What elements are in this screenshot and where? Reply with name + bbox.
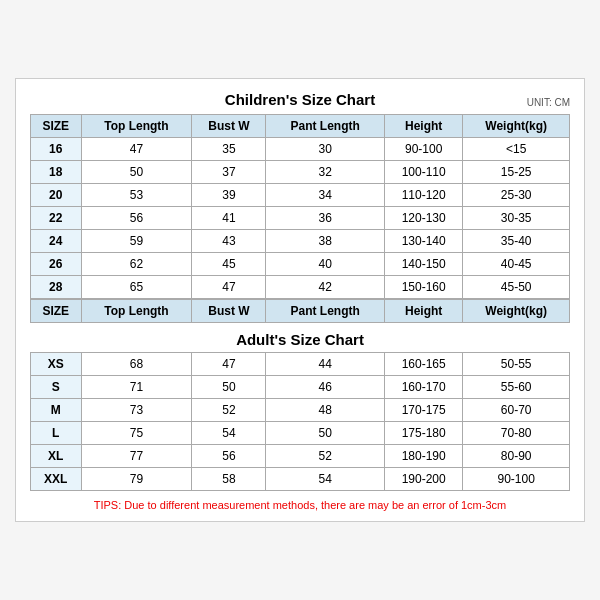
table-cell: 15-25 (463, 161, 570, 184)
table-row: 20533934110-12025-30 (31, 184, 570, 207)
table-cell: 75 (81, 422, 192, 445)
table-cell: 120-130 (385, 207, 463, 230)
col-header-pant-length: Pant Length (266, 115, 385, 138)
table-cell: 71 (81, 376, 192, 399)
table-cell: XXL (31, 468, 82, 491)
table-row: 18503732100-11015-25 (31, 161, 570, 184)
adult-header-row: SIZE Top Length Bust W Pant Length Heigh… (31, 300, 570, 323)
adult-col-header-pant-length: Pant Length (266, 300, 385, 323)
table-cell: XS (31, 353, 82, 376)
table-cell: 30-35 (463, 207, 570, 230)
col-header-height: Height (385, 115, 463, 138)
table-row: 22564136120-13030-35 (31, 207, 570, 230)
table-cell: 80-90 (463, 445, 570, 468)
table-cell: 62 (81, 253, 192, 276)
table-cell: 32 (266, 161, 385, 184)
table-cell: 39 (192, 184, 266, 207)
table-row: M735248170-17560-70 (31, 399, 570, 422)
table-cell: 34 (266, 184, 385, 207)
table-row: L755450175-18070-80 (31, 422, 570, 445)
table-cell: 150-160 (385, 276, 463, 299)
table-cell: 18 (31, 161, 82, 184)
table-cell: 77 (81, 445, 192, 468)
table-cell: 42 (266, 276, 385, 299)
table-cell: 54 (266, 468, 385, 491)
table-cell: 44 (266, 353, 385, 376)
table-cell: 40-45 (463, 253, 570, 276)
table-cell: 47 (81, 138, 192, 161)
table-cell: 90-100 (385, 138, 463, 161)
adult-col-header-top-length: Top Length (81, 300, 192, 323)
table-cell: 53 (81, 184, 192, 207)
table-row: S715046160-17055-60 (31, 376, 570, 399)
table-cell: 40 (266, 253, 385, 276)
table-cell: 45-50 (463, 276, 570, 299)
children-chart-title: Children's Size Chart (225, 91, 375, 108)
table-cell: 45 (192, 253, 266, 276)
table-cell: 48 (266, 399, 385, 422)
table-row: 24594338130-14035-40 (31, 230, 570, 253)
table-row: XL775652180-19080-90 (31, 445, 570, 468)
tips-text: TIPS: Due to different measurement metho… (30, 499, 570, 511)
table-cell: 54 (192, 422, 266, 445)
table-cell: 130-140 (385, 230, 463, 253)
table-cell: 79 (81, 468, 192, 491)
table-cell: 38 (266, 230, 385, 253)
table-row: 1647353090-100<15 (31, 138, 570, 161)
adult-col-header-height: Height (385, 300, 463, 323)
table-cell: 59 (81, 230, 192, 253)
adult-section-header: Adult's Size Chart (31, 323, 570, 353)
table-cell: 160-170 (385, 376, 463, 399)
table-cell: 52 (192, 399, 266, 422)
children-size-table: SIZE Top Length Bust W Pant Length Heigh… (30, 114, 570, 299)
adult-col-header-weight: Weight(kg) (463, 300, 570, 323)
table-cell: 70-80 (463, 422, 570, 445)
table-row: 28654742150-16045-50 (31, 276, 570, 299)
table-cell: 46 (266, 376, 385, 399)
table-cell: L (31, 422, 82, 445)
table-cell: 140-150 (385, 253, 463, 276)
table-cell: 47 (192, 276, 266, 299)
table-cell: 50 (266, 422, 385, 445)
table-cell: 35-40 (463, 230, 570, 253)
table-cell: 36 (266, 207, 385, 230)
children-table-body: 1647353090-100<1518503732100-11015-25205… (31, 138, 570, 299)
unit-label: UNIT: CM (527, 97, 570, 108)
adult-table-body: XS684744160-16550-55S715046160-17055-60M… (31, 353, 570, 491)
size-chart-container: Children's Size Chart UNIT: CM SIZE Top … (15, 78, 585, 522)
table-cell: 60-70 (463, 399, 570, 422)
table-cell: 100-110 (385, 161, 463, 184)
adult-col-header-bust-w: Bust W (192, 300, 266, 323)
table-cell: 73 (81, 399, 192, 422)
table-cell: 24 (31, 230, 82, 253)
table-cell: 37 (192, 161, 266, 184)
table-cell: 56 (81, 207, 192, 230)
table-cell: 35 (192, 138, 266, 161)
col-header-top-length: Top Length (81, 115, 192, 138)
table-cell: XL (31, 445, 82, 468)
table-row: 26624540140-15040-45 (31, 253, 570, 276)
table-cell: 52 (266, 445, 385, 468)
table-cell: 190-200 (385, 468, 463, 491)
table-cell: 26 (31, 253, 82, 276)
table-cell: 43 (192, 230, 266, 253)
col-header-bust-w: Bust W (192, 115, 266, 138)
table-cell: 56 (192, 445, 266, 468)
table-cell: 58 (192, 468, 266, 491)
table-cell: 47 (192, 353, 266, 376)
table-cell: 90-100 (463, 468, 570, 491)
table-cell: 50 (192, 376, 266, 399)
children-header-row: SIZE Top Length Bust W Pant Length Heigh… (31, 115, 570, 138)
table-cell: 41 (192, 207, 266, 230)
table-cell: M (31, 399, 82, 422)
table-cell: 68 (81, 353, 192, 376)
adult-size-table: Adult's Size Chart SIZE Top Length Bust … (30, 299, 570, 491)
table-row: XS684744160-16550-55 (31, 353, 570, 376)
adult-chart-title: Adult's Size Chart (31, 323, 570, 353)
table-cell: 25-30 (463, 184, 570, 207)
table-cell: 180-190 (385, 445, 463, 468)
table-cell: 30 (266, 138, 385, 161)
adult-col-header-size: SIZE (31, 300, 82, 323)
table-cell: 16 (31, 138, 82, 161)
table-cell: 110-120 (385, 184, 463, 207)
